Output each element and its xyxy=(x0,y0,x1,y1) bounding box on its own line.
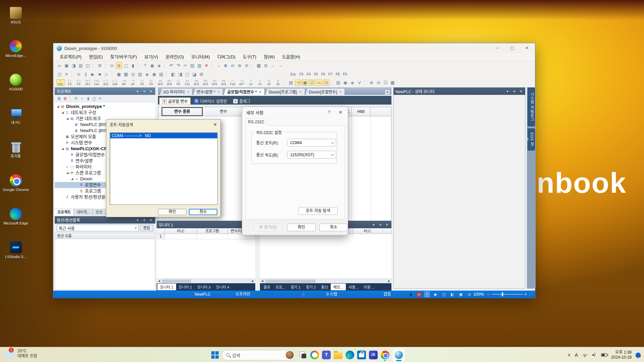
start-button[interactable] xyxy=(211,351,219,359)
ld-shortcut-key[interactable]: ╫ c5 xyxy=(265,79,273,86)
clipboard-icon[interactable]: ▤ xyxy=(158,71,164,77)
tree-expander-icon[interactable]: ◢ xyxy=(61,110,65,116)
xg5000-taskbar-icon[interactable] xyxy=(392,349,405,361)
tree-expander-icon[interactable]: ◢ xyxy=(61,146,65,152)
chip-icon[interactable]: ▣ xyxy=(116,71,122,77)
open-project-icon[interactable]: ▣ xyxy=(63,62,70,69)
panel-close-icon[interactable]: ✕ xyxy=(149,218,153,222)
variable-mode-icon[interactable]: V xyxy=(425,292,430,297)
zoom-in-icon[interactable]: + xyxy=(524,291,527,298)
separator[interactable] xyxy=(331,80,333,86)
add-icon[interactable]: ⊕ xyxy=(222,62,229,69)
panel-close-icon[interactable]: ✕ xyxy=(149,89,153,93)
copilot-icon[interactable] xyxy=(310,351,319,359)
delete-icon[interactable]: ✕ xyxy=(203,62,210,69)
resize-grip[interactable]: ⋰ xyxy=(529,291,533,298)
notification-bell-icon[interactable] xyxy=(636,353,641,357)
panel-dropdown-icon[interactable]: ▾ xyxy=(135,89,140,93)
scroll-thumb[interactable] xyxy=(162,280,191,283)
edge-desktop-icon[interactable]: Microsoft Edge xyxy=(3,208,29,241)
panel-dropdown-icon[interactable]: ▾ xyxy=(505,89,510,93)
ld-shortcut-key[interactable]: ┤↑├ sF2 xyxy=(102,79,110,86)
file-explorer-icon[interactable] xyxy=(334,352,342,359)
results-tab[interactable]: 사용... xyxy=(346,284,361,290)
run-icon[interactable]: ▶ xyxy=(90,71,96,77)
rs232c-tab[interactable]: RS-232C xyxy=(246,118,267,126)
trend-icon[interactable]: ◈ xyxy=(144,71,150,77)
results-header-plc[interactable]: PLC xyxy=(353,228,383,234)
ld-shortcut-key[interactable]: { } F9 xyxy=(174,79,182,86)
ld-shortcut-key[interactable]: ─◇ sF7 xyxy=(237,79,246,86)
sfc-shortcut-key[interactable]: F4 xyxy=(307,72,311,76)
grid-toggle-icon[interactable]: ▦ xyxy=(389,79,396,86)
wifi-icon[interactable] xyxy=(582,353,588,357)
status-monitor-body[interactable] xyxy=(393,95,525,289)
sfc-shortcut-key[interactable]: F6 xyxy=(321,72,325,76)
taskbar-weather-widget[interactable]: 1 20°C 대체로 흐림 xyxy=(5,349,37,359)
monitor-header-program[interactable]: 프로그램 xyxy=(197,228,228,234)
port-auto-detect-button[interactable]: 포트 자동 탐색 xyxy=(298,207,338,215)
teams-icon[interactable] xyxy=(322,351,331,359)
task-view-button[interactable] xyxy=(299,351,307,359)
link-icon[interactable]: ⊙ xyxy=(75,71,82,77)
tab-close-icon[interactable]: × xyxy=(299,90,301,94)
import-icon[interactable]: ◨ xyxy=(70,62,77,69)
results-tab[interactable]: 메모... xyxy=(331,284,346,290)
ld-shortcut-key[interactable]: {S} sF3 xyxy=(192,79,201,86)
recent-functions-select[interactable]: 최근 사용 ▾ xyxy=(57,225,139,231)
xg5000-desktop-icon[interactable]: XG5000 xyxy=(3,74,29,107)
panel-pin-icon[interactable]: ✛ xyxy=(142,218,147,222)
back-icon[interactable]: ← xyxy=(270,62,276,69)
results-tab[interactable]: 결과 xyxy=(261,284,273,290)
sfc-shortcut-key[interactable]: F3 xyxy=(300,72,304,76)
function-list[interactable] xyxy=(55,239,155,290)
port-dialog-titlebar[interactable]: 포트 자동검색 ✕ xyxy=(106,120,220,129)
diagnostics-icon[interactable]: ▮ xyxy=(130,62,136,69)
redo-icon[interactable]: ↷ xyxy=(175,62,181,69)
panel-pin-icon[interactable]: ✛ xyxy=(378,223,383,227)
grid-col-variable-kind[interactable]: 변수 종류 xyxy=(162,107,203,116)
chrome-desktop-icon[interactable]: Google Chrome xyxy=(3,174,29,207)
search-highlight-image[interactable] xyxy=(286,351,294,359)
ld-shortcut-key[interactable]: ( ) F5 xyxy=(138,79,146,86)
ld-shortcut-key[interactable]: {N} sF6 xyxy=(219,79,228,86)
copy-icon[interactable]: ▤ xyxy=(189,62,196,69)
ld-shortcut-key[interactable]: ╨ c3 xyxy=(247,79,255,86)
left-dock-tab[interactable]: 네비게... xyxy=(74,209,93,216)
menu-item[interactable]: 창(W) xyxy=(260,53,278,61)
loop-toggle-icon[interactable]: ∞ xyxy=(316,79,322,86)
monitor-table[interactable]: PLC 프로그램 변수/디바이스 1 xyxy=(157,228,255,279)
help-icon[interactable]: ? xyxy=(326,110,332,115)
my-pc-desktop-icon[interactable]: 내 PC xyxy=(3,107,29,140)
connect-settings-icon[interactable]: ⊚ xyxy=(116,62,122,69)
separator[interactable] xyxy=(71,71,74,77)
ld-shortcut-key[interactable]: ┤/├ F4 xyxy=(74,79,83,86)
monitor-window-icon[interactable]: ◫ xyxy=(56,71,63,77)
frame-toggle-icon[interactable]: ⊡ xyxy=(323,79,329,86)
monitor-status-icon[interactable]: ◫ xyxy=(441,291,446,298)
lsstudio-desktop-icon[interactable]: LSStudio S... xyxy=(3,241,29,274)
scroll-left-icon[interactable]: ◀ xyxy=(260,279,264,283)
separator[interactable] xyxy=(252,63,254,69)
tree-item[interactable]: ◢ ▦ Dioxin_prototype * xyxy=(55,104,155,110)
breakpoint-icon[interactable]: ◉ xyxy=(342,79,348,86)
block-icon[interactable]: ⊗ xyxy=(236,62,243,69)
settings-icon[interactable]: ⚙ xyxy=(97,62,103,69)
edge-icon[interactable] xyxy=(345,351,354,359)
document-tab[interactable]: 글로벌/직접변수 * × xyxy=(224,88,265,95)
microedge-desktop-icon[interactable]: MicroEdge... xyxy=(3,40,29,73)
menu-item[interactable]: 프로젝트(P) xyxy=(56,53,85,61)
scroll-thumb[interactable] xyxy=(265,280,316,283)
zoom-out-icon[interactable]: ⊖ xyxy=(375,79,382,86)
monitor-panel-header[interactable]: 모니터 1 ▾ ✛ xyxy=(157,221,255,228)
window-split-icon[interactable]: ◧ xyxy=(170,71,176,77)
list-view-icon[interactable]: ≣ xyxy=(263,62,269,69)
ld-shortcut-key[interactable]: ╥ c4 xyxy=(256,79,264,86)
ld-shortcut-key[interactable]: (R) sF9 xyxy=(165,79,173,86)
comment-icon[interactable]: ▤ xyxy=(335,79,341,86)
detail-dialog-titlebar[interactable]: 세부 사항 xyxy=(242,107,348,118)
chart-icon[interactable]: ▥ xyxy=(137,71,143,77)
separator[interactable] xyxy=(93,63,95,69)
variable-subtab[interactable]: V 플래그 xyxy=(231,98,253,105)
tab-close-icon[interactable]: × xyxy=(259,90,261,94)
